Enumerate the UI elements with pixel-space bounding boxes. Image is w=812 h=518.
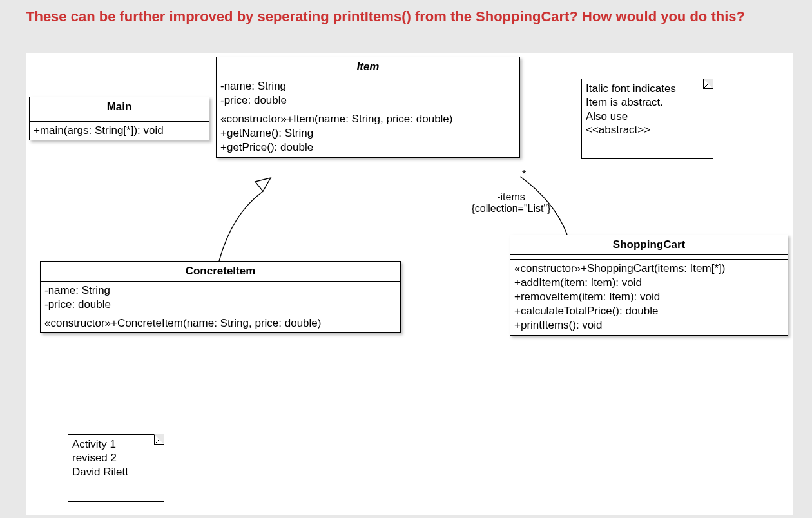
cart-operations: «constructor»+ShoppingCart(items: Item[*… [510,260,788,334]
item-op-constructor: «constructor»+Item(name: String, price: … [220,112,516,126]
cart-op-printitems: +printItems(): void [514,318,784,332]
item-op-getprice: +getPrice(): double [220,140,516,155]
main-operations: +main(args: String[*]): void [30,122,209,140]
cart-attributes-empty [510,255,788,260]
assoc-role-name: -items [456,191,566,203]
class-name-item: Item [217,57,519,77]
note-author-l2: revised 2 [72,451,159,465]
cart-op-calctotal: +calculateTotalPrice(): double [514,304,784,318]
note-fold-icon [154,434,164,445]
note-abstract-l1: Italic font indicates [586,82,708,95]
assoc-constraint: {collection="List"} [456,203,566,215]
item-attr-name: -name: String [220,79,516,93]
cart-op-removeitem: +removeItem(item: Item): void [514,290,784,304]
question-heading: These can be further improved by seperat… [26,8,786,26]
note-author-l3: David Rilett [72,465,159,479]
generalization-arrowhead-icon [255,178,271,191]
concrete-attr-price: -price: double [44,298,396,312]
note-abstract-l2: Item is abstract. [586,95,708,109]
cart-op-constructor: «constructor»+ShoppingCart(items: Item[*… [514,262,784,276]
item-op-getname: +getName(): String [220,126,516,140]
uml-class-shoppingcart: ShoppingCart «constructor»+ShoppingCart(… [510,235,788,336]
uml-note-abstract: Italic font indicates Item is abstract. … [581,79,713,159]
note-fold-icon [703,79,713,89]
note-abstract-l4: <<abstract>> [586,123,708,137]
concrete-attributes: -name: String -price: double [41,282,400,314]
item-operations: «constructor»+Item(name: String, price: … [217,110,519,157]
assoc-multiplicity: * [522,169,526,180]
assoc-role: -items {collection="List"} [456,191,566,215]
uml-note-author: Activity 1 revised 2 David Rilett [68,434,164,502]
uml-class-main: Main +main(args: String[*]): void [29,97,209,140]
item-attr-price: -price: double [220,93,516,108]
class-name-main: Main [30,97,209,117]
concrete-op-constructor: «constructor»+ConcreteItem(name: String,… [44,316,396,331]
main-attributes-empty [30,117,209,122]
uml-class-concreteitem: ConcreteItem -name: String -price: doubl… [40,261,401,333]
note-author-l1: Activity 1 [72,437,159,451]
cart-op-additem: +addItem(item: Item): void [514,276,784,290]
item-attributes: -name: String -price: double [217,77,519,110]
note-abstract-l3: Also use [586,110,708,123]
generalization-line [219,191,263,261]
uml-class-item: Item -name: String -price: double «const… [216,57,520,158]
class-name-concreteitem: ConcreteItem [41,262,400,282]
main-op-main: +main(args: String[*]): void [34,124,205,138]
diagram-canvas: Main +main(args: String[*]): void Item -… [26,53,793,515]
concrete-attr-name: -name: String [44,283,396,298]
concrete-operations: «constructor»+ConcreteItem(name: String,… [41,314,400,332]
class-name-shoppingcart: ShoppingCart [510,235,788,255]
